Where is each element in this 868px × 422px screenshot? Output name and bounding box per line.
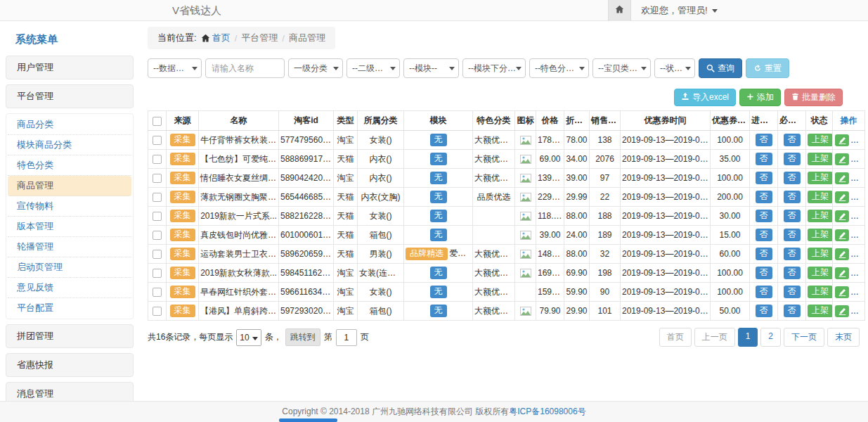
home-button[interactable] <box>608 0 631 21</box>
sidebar-item-splash-page-mgmt[interactable]: 启动页管理 <box>8 257 131 278</box>
jump-button[interactable]: 跳转到 <box>285 328 320 346</box>
edit-button[interactable] <box>835 267 849 279</box>
must-buy-toggle[interactable]: 否 <box>784 134 801 146</box>
name-input[interactable] <box>205 58 285 78</box>
page-button-下一页[interactable]: 下一页 <box>784 328 824 347</box>
status-badge[interactable]: 上架 <box>808 305 833 316</box>
row-checkbox[interactable] <box>153 269 162 278</box>
row-checkbox[interactable] <box>153 212 162 221</box>
module-subcategory-select[interactable]: --模块下分类-- <box>462 58 526 78</box>
sidebar-item-feedback[interactable]: 意见反馈 <box>8 278 131 298</box>
import-select-toggle[interactable]: 否 <box>756 286 772 298</box>
sidebar-item-goods-category[interactable]: 商品分类 <box>8 115 131 135</box>
cell-coupon-amount: 100.00 <box>711 283 750 302</box>
import-select-toggle[interactable]: 否 <box>756 172 772 184</box>
sidebar-item-version-mgmt[interactable]: 版本管理 <box>8 217 131 237</box>
reset-button[interactable]: 重置 <box>746 58 789 78</box>
sidebar-group-platform-mgmt[interactable]: 平台管理 <box>6 84 134 108</box>
sidebar-item-module-goods-category[interactable]: 模块商品分类 <box>8 135 131 155</box>
cell-discount-price: 78.00 <box>564 131 590 150</box>
must-buy-toggle[interactable]: 否 <box>784 210 801 222</box>
caret-down-icon <box>712 9 718 13</box>
sidebar-group-user-mgmt[interactable]: 用户管理 <box>6 56 134 79</box>
must-buy-toggle[interactable]: 否 <box>784 248 801 260</box>
user-menu[interactable]: 欢迎您，管理员! <box>631 4 727 17</box>
add-button[interactable]: 添加 <box>739 89 781 106</box>
status-badge[interactable]: 上架 <box>808 267 833 279</box>
breadcrumb-home-link[interactable]: 首页 <box>201 32 231 44</box>
edit-button[interactable] <box>835 172 849 184</box>
status-badge[interactable]: 上架 <box>808 191 833 203</box>
import-select-toggle[interactable]: 否 <box>756 267 772 279</box>
edit-button[interactable] <box>835 229 849 241</box>
jump-page-input[interactable] <box>336 329 357 346</box>
row-checkbox[interactable] <box>153 288 162 297</box>
import-select-toggle[interactable]: 否 <box>756 248 772 260</box>
import-select-toggle[interactable]: 否 <box>756 229 772 241</box>
must-buy-toggle[interactable]: 否 <box>784 191 801 203</box>
row-checkbox[interactable] <box>153 250 162 259</box>
bottom-scrollbar-thumb[interactable] <box>279 418 337 422</box>
cell-feature-category: 大额优惠券 <box>473 150 515 169</box>
edit-button[interactable] <box>835 134 849 146</box>
per-page-select[interactable]: 10 <box>236 329 261 346</box>
edit-button[interactable] <box>835 305 849 317</box>
sidebar-group-group-buy-mgmt[interactable]: 拼团管理 <box>6 324 134 348</box>
status-badge[interactable]: 上架 <box>808 248 833 260</box>
import-select-toggle[interactable]: 否 <box>756 153 772 165</box>
status-badge[interactable]: 上架 <box>808 286 833 298</box>
sidebar-item-platform-config[interactable]: 平台配置 <box>8 298 131 318</box>
must-buy-toggle[interactable]: 否 <box>784 229 801 241</box>
must-buy-toggle[interactable]: 否 <box>784 267 801 279</box>
sidebar-item-feature-category[interactable]: 特色分类 <box>8 155 131 176</box>
edit-button[interactable] <box>835 248 849 260</box>
cell-name: 2019新款一片式系... <box>199 207 279 226</box>
select-all-checkbox[interactable] <box>153 117 162 126</box>
page-button-上一页[interactable]: 上一页 <box>694 328 735 347</box>
page-button-2[interactable]: 2 <box>760 328 781 347</box>
must-buy-toggle[interactable]: 否 <box>784 153 801 165</box>
search-button[interactable]: 查询 <box>699 58 742 78</box>
sidebar-group-savings-express[interactable]: 省惠快报 <box>6 353 134 377</box>
import-excel-button[interactable]: 导入excel <box>674 89 736 106</box>
status-badge[interactable]: 上架 <box>808 153 833 165</box>
must-buy-toggle[interactable]: 否 <box>784 286 801 298</box>
batch-delete-button[interactable]: 批量删除 <box>784 89 843 106</box>
page-button-1[interactable]: 1 <box>738 328 758 347</box>
edit-icon <box>838 174 846 182</box>
edit-button[interactable] <box>835 191 849 203</box>
feature-category-select[interactable]: --特色分类-- <box>529 58 589 78</box>
edit-button[interactable] <box>835 210 849 222</box>
row-checkbox[interactable] <box>153 307 162 316</box>
import-select-toggle[interactable]: 否 <box>756 305 772 316</box>
import-select-toggle[interactable]: 否 <box>756 134 772 146</box>
edit-button[interactable] <box>835 153 849 165</box>
level2-category-select[interactable]: --二级分类-- <box>346 58 400 78</box>
status-badge[interactable]: 上架 <box>808 134 833 146</box>
status-badge[interactable]: 上架 <box>808 210 833 222</box>
status-select[interactable]: --状态-- <box>654 58 695 78</box>
sidebar-item-promo-materials[interactable]: 宣传物料 <box>8 196 131 217</box>
row-checkbox[interactable] <box>153 174 162 183</box>
page-button-首页[interactable]: 首页 <box>659 328 692 347</box>
row-checkbox[interactable] <box>153 155 162 164</box>
level1-category-select[interactable]: 一级分类 <box>288 58 343 78</box>
row-checkbox[interactable] <box>153 136 162 145</box>
data-source-select[interactable]: --数据来源-- <box>148 58 202 78</box>
status-badge[interactable]: 上架 <box>808 229 833 241</box>
must-buy-toggle[interactable]: 否 <box>784 172 801 184</box>
row-checkbox[interactable] <box>153 193 162 202</box>
row-checkbox[interactable] <box>153 231 162 240</box>
edit-button[interactable] <box>835 286 849 298</box>
item-type-select[interactable]: --宝贝类型-- <box>592 58 651 78</box>
status-badge[interactable]: 上架 <box>808 172 833 184</box>
module-select[interactable]: --模块-- <box>403 58 459 78</box>
must-buy-toggle[interactable]: 否 <box>784 305 801 316</box>
page-button-末页[interactable]: 末页 <box>827 328 860 347</box>
import-select-toggle[interactable]: 否 <box>756 210 772 222</box>
sidebar-item-carousel-mgmt[interactable]: 轮播管理 <box>8 237 131 257</box>
icp-link[interactable]: 粤ICP备16098006号 <box>509 406 585 418</box>
import-select-toggle[interactable]: 否 <box>756 191 772 203</box>
sidebar-item-goods-mgmt[interactable]: 商品管理 <box>8 176 131 196</box>
search-icon <box>706 64 715 72</box>
